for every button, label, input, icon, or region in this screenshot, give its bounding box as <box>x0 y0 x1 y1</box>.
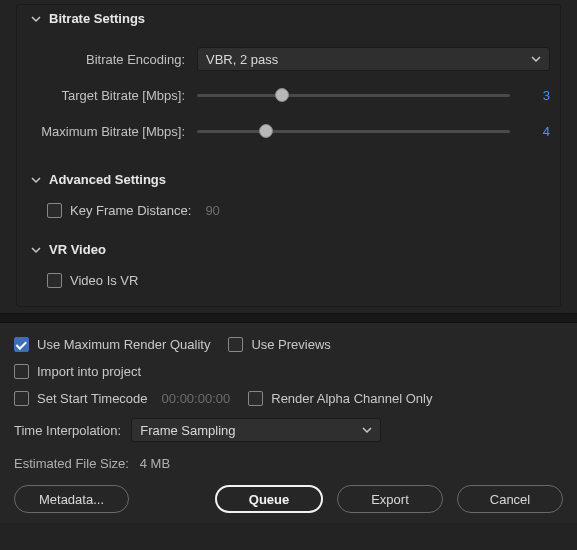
cancel-button[interactable]: Cancel <box>457 485 563 513</box>
export-button[interactable]: Export <box>337 485 443 513</box>
queue-button[interactable]: Queue <box>215 485 323 513</box>
max-render-quality-label: Use Maximum Render Quality <box>37 337 210 352</box>
time-interpolation-dropdown[interactable]: Frame Sampling <box>131 418 381 442</box>
bitrate-settings-header[interactable]: Bitrate Settings <box>17 5 560 32</box>
import-into-project-checkbox[interactable] <box>14 364 29 379</box>
import-into-project-label: Import into project <box>37 364 141 379</box>
target-bitrate-value[interactable]: 3 <box>510 88 550 103</box>
estimated-file-size-value: 4 MB <box>140 456 170 471</box>
bitrate-settings-title: Bitrate Settings <box>49 11 145 26</box>
keyframe-distance-label: Key Frame Distance: <box>70 203 191 218</box>
time-interpolation-value: Frame Sampling <box>140 423 235 438</box>
slider-thumb[interactable] <box>275 88 289 102</box>
chevron-down-icon <box>31 175 41 185</box>
set-start-timecode-label: Set Start Timecode <box>37 391 148 406</box>
chevron-down-icon <box>31 14 41 24</box>
maximum-bitrate-label: Maximum Bitrate [Mbps]: <box>27 124 197 139</box>
estimated-file-size-label: Estimated File Size: <box>14 456 129 471</box>
render-alpha-only-checkbox[interactable] <box>248 391 263 406</box>
target-bitrate-slider[interactable] <box>197 85 510 105</box>
use-previews-checkbox[interactable] <box>228 337 243 352</box>
maximum-bitrate-slider[interactable] <box>197 121 510 141</box>
vr-video-title: VR Video <box>49 242 106 257</box>
keyframe-distance-value[interactable]: 90 <box>205 203 219 218</box>
bitrate-encoding-dropdown[interactable]: VBR, 2 pass <box>197 47 550 71</box>
metadata-button[interactable]: Metadata... <box>14 485 129 513</box>
video-is-vr-label: Video Is VR <box>70 273 138 288</box>
video-is-vr-checkbox[interactable] <box>47 273 62 288</box>
start-timecode-value[interactable]: 00:00:00:00 <box>162 391 231 406</box>
chevron-down-icon <box>362 425 372 435</box>
advanced-settings-title: Advanced Settings <box>49 172 166 187</box>
maximum-bitrate-value[interactable]: 4 <box>510 124 550 139</box>
vr-video-header[interactable]: VR Video <box>17 236 560 263</box>
bitrate-encoding-label: Bitrate Encoding: <box>27 52 197 67</box>
advanced-settings-header[interactable]: Advanced Settings <box>17 166 560 193</box>
slider-thumb[interactable] <box>259 124 273 138</box>
bitrate-encoding-value: VBR, 2 pass <box>206 52 278 67</box>
chevron-down-icon <box>31 245 41 255</box>
max-render-quality-checkbox[interactable] <box>14 337 29 352</box>
render-alpha-only-label: Render Alpha Channel Only <box>271 391 432 406</box>
keyframe-distance-checkbox[interactable] <box>47 203 62 218</box>
time-interpolation-label: Time Interpolation: <box>14 423 121 438</box>
chevron-down-icon <box>531 54 541 64</box>
use-previews-label: Use Previews <box>251 337 330 352</box>
target-bitrate-label: Target Bitrate [Mbps]: <box>27 88 197 103</box>
set-start-timecode-checkbox[interactable] <box>14 391 29 406</box>
